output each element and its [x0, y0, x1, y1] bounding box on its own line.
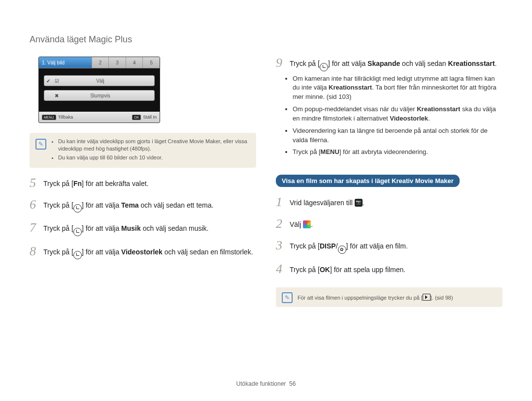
note-box-small: ✎ För att visa filmen i uppspelningsläge… — [276, 287, 502, 307]
page-footer: Utökade funktioner 56 — [0, 380, 532, 387]
note-list: Du kan inte välja videoklipp som gjorts … — [51, 138, 250, 163]
step-number: 8 — [30, 245, 43, 258]
step-number: 9 — [276, 57, 290, 69]
note-box: ✎ Du kan inte välja videoklipp som gjort… — [30, 133, 256, 168]
step-number: 3 — [276, 239, 290, 252]
tab-2[interactable]: 2 — [92, 57, 109, 68]
step-r4: 4 Tryck på [OK] för att spela upp filmen… — [276, 263, 502, 276]
step-9-sublist: Om kameran inte har tillräckligt med led… — [276, 74, 502, 157]
camera-tabs: 1. Välj bild 2 3 4 5 — [39, 57, 160, 68]
disp-key: DISP — [320, 241, 336, 251]
step-number: 7 — [30, 221, 43, 234]
timer-icon — [73, 204, 82, 213]
ok-key: OK — [320, 265, 330, 275]
camera-footer: MENU Tillbaka OK Ställ In — [39, 112, 160, 123]
tab-5[interactable]: 5 — [143, 57, 160, 68]
step-text: Tryck på [Fn] för att bekräfta valet. — [43, 177, 256, 188]
page: Använda läget Magic Plus 1. Välj bild 2 … — [0, 0, 532, 401]
step-r2: 2 Välj . — [276, 217, 502, 230]
content-columns: 1. Välj bild 2 3 4 5 ✓ ☑ Välj ✖ ✖ Slu — [30, 57, 502, 307]
right-column: 9 Tryck på [] för att välja Skapande och… — [276, 57, 502, 307]
set-label: Ställ In — [143, 115, 157, 120]
check-icon: ✓ — [44, 78, 52, 84]
left-column: 1. Välj bild 2 3 4 5 ✓ ☑ Välj ✖ ✖ Slu — [30, 57, 256, 307]
tab-4[interactable]: 4 — [126, 57, 143, 68]
step-text: Välj . — [290, 217, 502, 229]
step-r1: 1 Vrid lägesväljaren till . — [276, 196, 502, 209]
note-icon: ✎ — [282, 292, 293, 303]
menu-key: MENU — [321, 148, 339, 157]
section-heading: Visa en film som har skapats i läget Kre… — [276, 175, 460, 187]
sub-item: Om popup-meddelandet visas när du väljer… — [293, 105, 502, 123]
step-text: Tryck på [OK] för att spela upp filmen. — [290, 263, 502, 275]
camera-body: ✓ ☑ Välj ✖ ✖ Slumpvis — [39, 68, 160, 112]
ok-key-icon: OK — [132, 115, 141, 120]
sub-item: Om kameran inte har tillräckligt med led… — [293, 74, 502, 102]
step-text: Tryck på [] för att välja Skapande och v… — [290, 57, 502, 71]
step-number: 1 — [276, 196, 290, 209]
menu-key-icon: MENU — [42, 115, 56, 120]
step-6: 6 Tryck på [] för att välja Tema och väl… — [30, 198, 256, 213]
step-number: 5 — [30, 177, 43, 189]
row-label: Slumpvis — [61, 93, 154, 98]
step-text: Tryck på [] för att välja Musik och välj… — [43, 221, 256, 236]
tab-active[interactable]: 1. Välj bild — [39, 57, 92, 68]
note-icon: ✎ — [35, 139, 46, 150]
color-mode-icon — [303, 220, 311, 228]
tab-3[interactable]: 3 — [109, 57, 126, 68]
camera-ui: 1. Välj bild 2 3 4 5 ✓ ☑ Välj ✖ ✖ Slu — [38, 57, 160, 123]
x-icon: ✖ — [52, 93, 61, 98]
step-number: 6 — [30, 198, 43, 211]
note-item: Du kan välja upp till 60 bilder och 10 v… — [58, 154, 250, 161]
sub-item: Tryck på [MENU] för att avbryta videoren… — [293, 148, 502, 157]
playback-icon — [423, 294, 431, 301]
timer-icon — [73, 228, 82, 236]
note-item: Du kan inte välja videoklipp som gjorts … — [58, 138, 250, 153]
note-text: För att visa filmen i uppspelningsläge t… — [298, 294, 453, 301]
macro-icon — [338, 246, 346, 254]
checkbox-icon: ☑ — [52, 78, 61, 84]
page-title: Använda läget Magic Plus — [30, 34, 502, 45]
row-label: Välj — [61, 78, 154, 84]
camera-row-random[interactable]: ✖ ✖ Slumpvis — [44, 90, 155, 101]
camera-row-select[interactable]: ✓ ☑ Välj — [44, 75, 155, 86]
step-5: 5 Tryck på [Fn] för att bekräfta valet. — [30, 177, 256, 189]
step-r3: 3 Tryck på [DISP/] för att välja en film… — [276, 239, 502, 254]
step-text: Tryck på [] för att välja Tema och välj … — [43, 198, 256, 213]
step-8: 8 Tryck på [] för att välja Videostorlek… — [30, 245, 256, 260]
step-text: Tryck på [] för att välja Videostorlek o… — [43, 245, 256, 260]
step-number: 4 — [276, 263, 290, 276]
step-number: 2 — [276, 217, 290, 230]
timer-icon — [73, 251, 82, 259]
step-7: 7 Tryck på [] för att välja Musik och vä… — [30, 221, 256, 236]
sub-item: Videorendering kan ta längre tid beroend… — [293, 126, 502, 145]
fn-key: Fn — [73, 179, 82, 188]
step-text: Tryck på [DISP/] för att välja en film. — [290, 239, 502, 254]
step-text: Vrid lägesväljaren till . — [290, 196, 502, 208]
step-9: 9 Tryck på [] för att välja Skapande och… — [276, 57, 502, 71]
back-label: Tillbaka — [58, 115, 73, 120]
mode-dial-icon — [355, 199, 363, 207]
timer-icon — [320, 63, 328, 71]
